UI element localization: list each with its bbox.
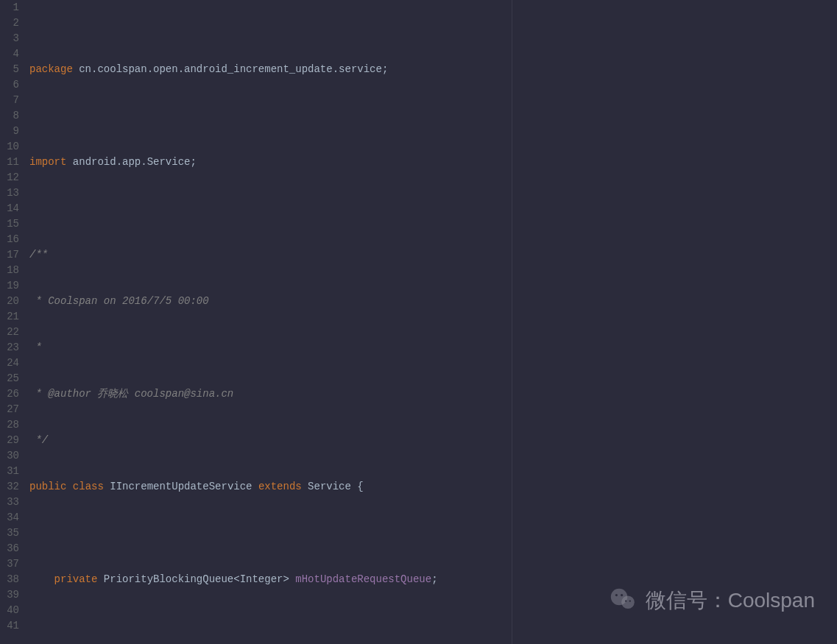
code-line[interactable]: /** <box>29 247 837 263</box>
line-number: 7 <box>0 93 19 108</box>
code-line[interactable]: private PriorityBlockingQueue<Integer> m… <box>29 572 837 587</box>
code-line[interactable] <box>29 526 837 541</box>
line-number: 2 <box>0 15 19 31</box>
line-number: 38 <box>0 572 19 587</box>
line-number: 6 <box>0 77 19 93</box>
code-line[interactable]: */ <box>29 433 837 448</box>
line-number: 5 <box>0 62 19 77</box>
code-editor[interactable]: 1 2 3 4 5 6 7 8 9 10 11 12 13 14 15 16 1… <box>0 0 837 644</box>
line-number: 29 <box>0 433 19 448</box>
line-number: 10 <box>0 139 19 155</box>
line-number: 3 <box>0 31 19 46</box>
right-margin-guide <box>512 0 512 644</box>
line-number: 27 <box>0 402 19 417</box>
line-number: 19 <box>0 278 19 294</box>
line-number: 17 <box>0 247 19 263</box>
code-line[interactable]: * @author 乔晓松 coolspan@sina.cn <box>29 386 837 402</box>
line-number: 15 <box>0 216 19 232</box>
line-number: 23 <box>0 340 19 355</box>
code-line[interactable]: * Coolspan on 2016/7/5 00:00 <box>29 294 837 309</box>
line-number: 35 <box>0 526 19 541</box>
line-number: 24 <box>0 355 19 371</box>
line-number: 21 <box>0 309 19 325</box>
code-line[interactable] <box>29 618 837 634</box>
line-number: 36 <box>0 541 19 556</box>
line-number: 31 <box>0 464 19 479</box>
line-number: 26 <box>0 386 19 402</box>
line-number: 40 <box>0 603 19 618</box>
line-number: 11 <box>0 155 19 170</box>
line-number: 25 <box>0 371 19 386</box>
line-number-gutter: 1 2 3 4 5 6 7 8 9 10 11 12 13 14 15 16 1… <box>0 0 25 644</box>
code-line[interactable] <box>29 201 837 216</box>
line-number: 37 <box>0 556 19 572</box>
line-number: 39 <box>0 587 19 603</box>
line-number: 32 <box>0 479 19 495</box>
code-area[interactable]: package cn.coolspan.open.android_increme… <box>25 0 837 644</box>
line-number: 14 <box>0 201 19 216</box>
line-number: 4 <box>0 46 19 62</box>
line-number: 9 <box>0 124 19 139</box>
line-number: 1 <box>0 0 19 15</box>
line-number: 28 <box>0 417 19 433</box>
code-line[interactable]: public class IIncrementUpdateService ext… <box>29 479 837 495</box>
line-number: 16 <box>0 232 19 247</box>
line-number: 41 <box>0 618 19 634</box>
line-number: 34 <box>0 510 19 526</box>
code-line[interactable]: import android.app.Service; <box>29 155 837 170</box>
line-number: 13 <box>0 185 19 201</box>
line-number: 33 <box>0 495 19 510</box>
line-number: 20 <box>0 294 19 309</box>
code-line[interactable] <box>29 108 837 124</box>
code-line[interactable]: * <box>29 340 837 355</box>
line-number: 22 <box>0 325 19 340</box>
code-line[interactable]: package cn.coolspan.open.android_increme… <box>29 62 837 77</box>
line-number: 12 <box>0 170 19 185</box>
line-number: 8 <box>0 108 19 124</box>
line-number: 18 <box>0 263 19 278</box>
line-number: 30 <box>0 448 19 464</box>
